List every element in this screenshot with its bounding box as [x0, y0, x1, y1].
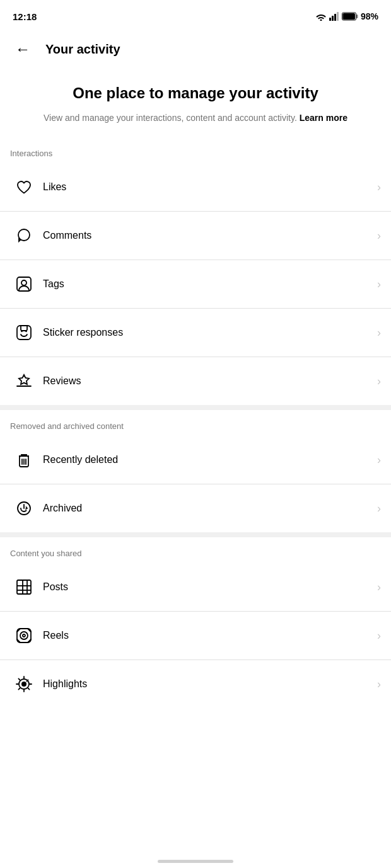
posts-label: Posts	[43, 581, 377, 593]
page-title: Your activity	[45, 42, 120, 57]
status-right: 98%	[315, 11, 378, 21]
hero-title: One place to manage your activity	[20, 83, 371, 103]
menu-item-highlights[interactable]: Highlights ›	[0, 660, 391, 708]
reels-icon	[10, 622, 38, 649]
back-button[interactable]: ←	[10, 37, 35, 62]
section-label-interactions: Interactions	[0, 137, 391, 163]
svg-rect-2	[334, 14, 336, 21]
reels-chevron-icon: ›	[377, 629, 381, 642]
svg-rect-3	[337, 12, 339, 21]
likes-icon	[10, 173, 38, 201]
svg-rect-23	[17, 629, 31, 642]
menu-item-reels[interactable]: Reels ›	[0, 612, 391, 660]
posts-icon	[10, 573, 38, 601]
signal-icon	[329, 12, 339, 21]
svg-point-25	[23, 634, 25, 637]
section-divider-1	[0, 405, 391, 410]
likes-chevron-icon: ›	[377, 181, 381, 194]
recently-deleted-label: Recently deleted	[43, 454, 377, 465]
recently-deleted-icon	[10, 446, 38, 474]
wifi-icon	[315, 12, 327, 21]
tags-label: Tags	[43, 278, 377, 290]
section-label-removed-archived: Removed and archived content	[0, 410, 391, 436]
recently-deleted-chevron-icon: ›	[377, 454, 381, 467]
reels-label: Reels	[43, 630, 377, 641]
menu-item-reviews[interactable]: Reviews ›	[0, 357, 391, 405]
status-icons: 98%	[315, 11, 378, 21]
battery-icon	[342, 12, 358, 21]
highlights-label: Highlights	[43, 678, 377, 690]
section-label-content-shared: Content you shared	[0, 537, 391, 563]
reviews-label: Reviews	[43, 375, 377, 387]
battery-level: 98%	[361, 11, 378, 21]
menu-item-posts[interactable]: Posts ›	[0, 563, 391, 611]
menu-item-tags[interactable]: Tags ›	[0, 260, 391, 308]
comments-label: Comments	[43, 230, 377, 241]
hero-section: One place to manage your activity View a…	[0, 68, 391, 137]
tags-chevron-icon: ›	[377, 278, 381, 291]
menu-item-recently-deleted[interactable]: Recently deleted ›	[0, 436, 391, 484]
bottom-bar	[0, 852, 391, 868]
back-arrow-icon: ←	[15, 40, 30, 58]
svg-rect-1	[332, 16, 334, 21]
comments-icon	[10, 222, 38, 249]
svg-rect-18	[17, 580, 31, 594]
highlights-icon	[10, 670, 38, 698]
svg-rect-6	[342, 13, 355, 20]
sticker-responses-icon	[10, 319, 38, 346]
tags-icon	[10, 270, 38, 298]
comments-chevron-icon: ›	[377, 229, 381, 243]
sticker-responses-chevron-icon: ›	[377, 326, 381, 340]
svg-point-7	[18, 229, 30, 241]
menu-item-likes[interactable]: Likes ›	[0, 163, 391, 211]
status-time: 12:18	[13, 11, 37, 22]
reviews-chevron-icon: ›	[377, 375, 381, 388]
page-header: ← Your activity	[0, 30, 391, 68]
highlights-chevron-icon: ›	[377, 678, 381, 691]
menu-item-comments[interactable]: Comments ›	[0, 212, 391, 260]
hero-subtitle: View and manage your interactions, conte…	[20, 111, 371, 125]
svg-rect-0	[329, 18, 331, 21]
svg-point-9	[21, 280, 26, 285]
hero-subtitle-text: View and manage your interactions, conte…	[44, 113, 297, 123]
archived-icon	[10, 494, 38, 522]
section-divider-2	[0, 532, 391, 537]
likes-label: Likes	[43, 181, 377, 193]
archived-label: Archived	[43, 503, 377, 514]
svg-point-27	[21, 682, 26, 687]
menu-item-archived[interactable]: Archived ›	[0, 484, 391, 532]
svg-rect-10	[17, 326, 31, 340]
posts-chevron-icon: ›	[377, 581, 381, 594]
menu-item-sticker-responses[interactable]: Sticker responses ›	[0, 309, 391, 357]
reviews-icon	[10, 367, 38, 395]
status-bar: 12:18	[0, 0, 391, 30]
home-indicator	[158, 860, 233, 863]
learn-more-link[interactable]: Learn more	[300, 113, 347, 123]
sticker-responses-label: Sticker responses	[43, 327, 377, 338]
archived-chevron-icon: ›	[377, 502, 381, 515]
svg-point-24	[20, 632, 28, 639]
svg-rect-5	[356, 14, 358, 18]
